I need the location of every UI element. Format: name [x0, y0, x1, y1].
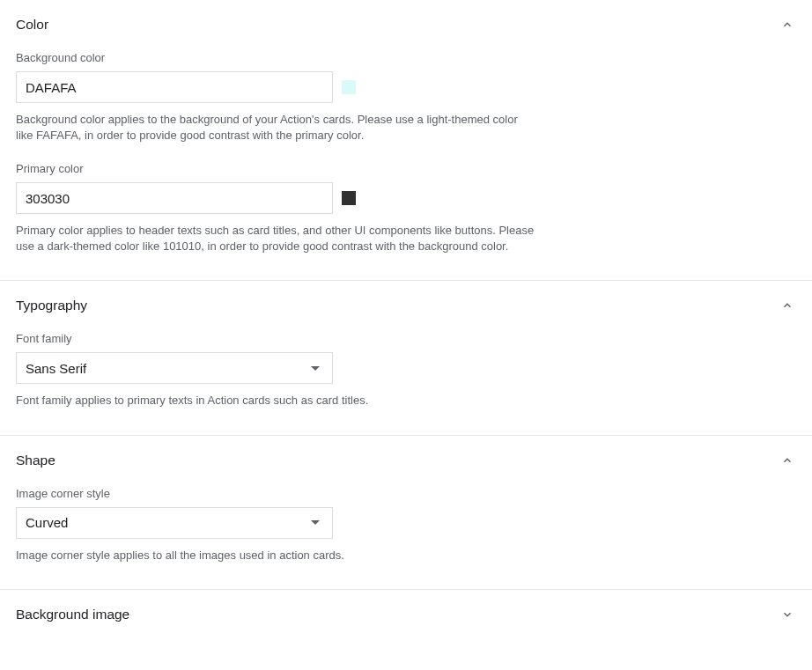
- label-primary-color: Primary color: [16, 162, 796, 175]
- field-background-color: Background color Background color applie…: [16, 51, 796, 143]
- section-color: Color Background color Background color …: [0, 0, 812, 281]
- chevron-down-icon: [779, 606, 796, 623]
- section-background-image: Background image: [0, 590, 812, 639]
- section-title-typography: Typography: [16, 298, 87, 313]
- section-header-shape[interactable]: Shape: [16, 452, 796, 469]
- select-font-family[interactable]: Sans Serif: [16, 352, 333, 384]
- section-title-color: Color: [16, 17, 48, 33]
- label-background-color: Background color: [16, 51, 796, 64]
- chevron-up-icon: [779, 16, 796, 33]
- label-font-family: Font family: [16, 332, 796, 345]
- section-header-color[interactable]: Color: [16, 16, 796, 33]
- section-typography: Typography Font family Sans Serif Font f…: [0, 281, 812, 436]
- field-image-corner-style: Image corner style Curved Image corner s…: [16, 487, 796, 563]
- dropdown-icon: [311, 520, 320, 525]
- select-value-font-family: Sans Serif: [26, 361, 311, 376]
- help-font-family: Font family applies to primary texts in …: [16, 393, 535, 409]
- help-primary-color: Primary color applies to header texts su…: [16, 223, 535, 254]
- dropdown-icon: [311, 366, 320, 371]
- swatch-primary-color[interactable]: [342, 191, 356, 205]
- swatch-background-color[interactable]: [342, 80, 356, 94]
- section-shape: Shape Image corner style Curved Image co…: [0, 436, 812, 591]
- select-value-image-corner-style: Curved: [26, 515, 311, 530]
- select-image-corner-style[interactable]: Curved: [16, 507, 333, 539]
- input-primary-color[interactable]: [16, 182, 333, 214]
- section-header-background-image[interactable]: Background image: [16, 606, 796, 623]
- field-font-family: Font family Sans Serif Font family appli…: [16, 332, 796, 409]
- help-background-color: Background color applies to the backgrou…: [16, 112, 535, 143]
- section-title-background-image: Background image: [16, 607, 129, 622]
- chevron-up-icon: [779, 452, 796, 469]
- help-image-corner-style: Image corner style applies to all the im…: [16, 548, 535, 563]
- chevron-up-icon: [779, 297, 796, 314]
- label-image-corner-style: Image corner style: [16, 487, 796, 500]
- section-title-shape: Shape: [16, 453, 55, 468]
- input-background-color[interactable]: [16, 71, 333, 103]
- field-primary-color: Primary color Primary color applies to h…: [16, 162, 796, 254]
- section-header-typography[interactable]: Typography: [16, 297, 796, 314]
